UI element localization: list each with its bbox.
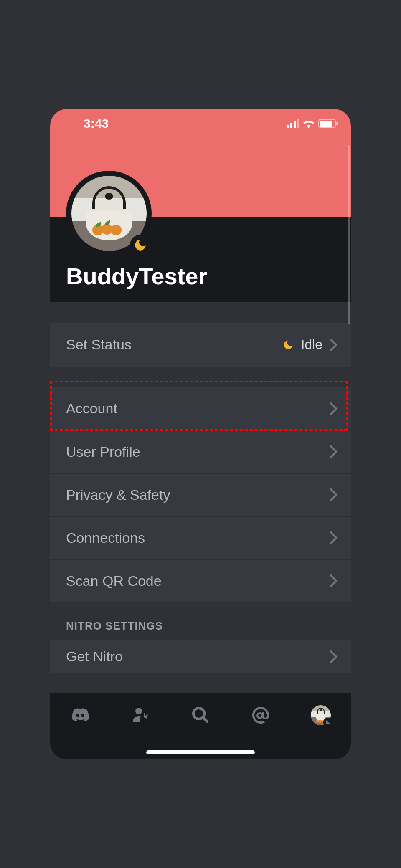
row-label: Privacy & Safety (66, 487, 170, 503)
idle-moon-icon (325, 719, 331, 725)
tab-home[interactable] (68, 703, 93, 728)
row-scan-qr[interactable]: Scan QR Code (50, 559, 351, 602)
chevron-right-icon (329, 574, 338, 587)
mentions-icon (251, 705, 271, 725)
svg-point-3 (135, 708, 142, 714)
idle-moon-icon (133, 238, 147, 252)
status-time: 3:43 (84, 116, 109, 131)
tab-mentions[interactable] (248, 703, 273, 728)
tab-bar (50, 693, 351, 759)
battery-icon (318, 119, 338, 128)
section-gap (50, 302, 351, 323)
status-indicator-idle (130, 235, 151, 256)
chevron-right-icon (329, 650, 338, 663)
status-indicator-idle (323, 718, 332, 727)
search-icon (190, 705, 211, 725)
row-label: User Profile (66, 444, 140, 460)
row-privacy-safety[interactable]: Privacy & Safety (50, 473, 351, 516)
section-gap (50, 367, 351, 387)
discord-logo-icon (70, 705, 90, 725)
row-label: Set Status (66, 337, 132, 353)
row-label: Account (66, 400, 117, 417)
chevron-right-icon (329, 339, 338, 351)
row-label: Scan QR Code (66, 573, 162, 589)
row-set-status[interactable]: Set Status Idle (50, 323, 351, 367)
idle-moon-icon (282, 339, 294, 351)
status-value: Idle (301, 337, 322, 352)
svg-rect-1 (320, 121, 332, 127)
chevron-right-icon (329, 531, 338, 544)
row-account[interactable]: Account (50, 387, 351, 430)
tab-friends[interactable] (128, 703, 153, 728)
chevron-right-icon (329, 402, 338, 415)
friends-icon (130, 705, 150, 725)
status-bar: 3:43 (50, 109, 351, 138)
tab-search[interactable] (188, 703, 213, 728)
row-user-profile[interactable]: User Profile (50, 430, 351, 473)
row-label: Connections (66, 530, 145, 546)
wifi-icon (302, 119, 315, 128)
row-connections[interactable]: Connections (50, 516, 351, 559)
tab-profile[interactable] (308, 703, 333, 728)
profile-header: BuddyTester (50, 217, 351, 302)
row-label: Get Nitro (66, 648, 123, 665)
avatar[interactable] (66, 171, 152, 256)
section-title-nitro: Nitro Settings (50, 602, 351, 640)
chevron-right-icon (329, 445, 338, 458)
row-get-nitro[interactable]: Get Nitro (50, 640, 351, 673)
svg-rect-2 (336, 122, 338, 125)
chevron-right-icon (329, 488, 338, 501)
cellular-signal-icon (287, 119, 299, 128)
home-indicator (146, 750, 255, 754)
scroll-indicator[interactable] (348, 145, 350, 324)
